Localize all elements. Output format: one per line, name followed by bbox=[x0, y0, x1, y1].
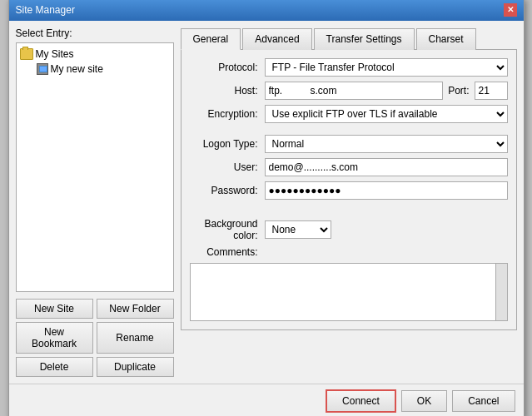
right-panel: General Advanced Transfer Settings Chars… bbox=[181, 27, 517, 377]
user-row: User: bbox=[190, 158, 508, 176]
footer: Connect OK Cancel bbox=[9, 384, 524, 417]
new-folder-button[interactable]: New Folder bbox=[97, 299, 174, 319]
host-label: Host: bbox=[190, 85, 265, 97]
site-manager-window: Site Manager ✕ Select Entry: My Sites My… bbox=[8, 0, 525, 416]
ok-button[interactable]: OK bbox=[401, 390, 447, 412]
tab-transfer-settings[interactable]: Transfer Settings bbox=[314, 28, 415, 50]
encryption-select[interactable]: Use explicit FTP over TLS if available bbox=[265, 105, 508, 123]
comments-label: Comments: bbox=[190, 246, 265, 258]
comments-row: Comments: bbox=[190, 246, 508, 258]
site-label: My new site bbox=[51, 63, 103, 75]
rename-button[interactable]: Rename bbox=[97, 322, 174, 354]
logon-type-row: Logon Type: Normal bbox=[190, 135, 508, 153]
protocol-row: Protocol: FTP - File Transfer Protocol bbox=[190, 58, 508, 77]
user-control bbox=[265, 158, 508, 176]
tree-item-mynewsite[interactable]: My new site bbox=[20, 62, 170, 77]
encryption-control: Use explicit FTP over TLS if available bbox=[265, 105, 508, 123]
main-content: Select Entry: My Sites My new site New S… bbox=[9, 21, 524, 384]
password-input[interactable] bbox=[265, 181, 508, 200]
encryption-row: Encryption: Use explicit FTP over TLS if… bbox=[190, 105, 508, 123]
delete-button[interactable]: Delete bbox=[16, 357, 93, 377]
new-site-button[interactable]: New Site bbox=[16, 299, 93, 319]
logon-type-select[interactable]: Normal bbox=[265, 135, 508, 153]
bg-color-select[interactable]: None bbox=[265, 220, 331, 239]
protocol-label: Protocol: bbox=[190, 62, 265, 73]
tab-bar: General Advanced Transfer Settings Chars… bbox=[181, 27, 517, 50]
select-entry-label: Select Entry: bbox=[16, 27, 174, 39]
folder-icon bbox=[20, 48, 33, 60]
close-button[interactable]: ✕ bbox=[504, 3, 517, 17]
password-row: Password: bbox=[190, 181, 508, 200]
tree-folder-mysites[interactable]: My Sites bbox=[20, 47, 170, 62]
encryption-label: Encryption: bbox=[190, 108, 265, 120]
user-input[interactable] bbox=[265, 158, 508, 176]
password-control bbox=[265, 181, 508, 200]
bg-color-control: None bbox=[265, 220, 508, 239]
folder-label: My Sites bbox=[36, 48, 74, 60]
site-icon bbox=[37, 63, 48, 75]
protocol-select[interactable]: FTP - File Transfer Protocol bbox=[265, 58, 508, 77]
bg-color-row: Background color: None bbox=[190, 218, 508, 241]
password-label: Password: bbox=[190, 185, 265, 196]
tab-advanced[interactable]: Advanced bbox=[242, 28, 311, 50]
port-input[interactable] bbox=[475, 82, 508, 100]
tab-general[interactable]: General bbox=[181, 28, 241, 50]
duplicate-button[interactable]: Duplicate bbox=[97, 357, 174, 377]
logon-type-label: Logon Type: bbox=[190, 138, 265, 150]
comments-box[interactable] bbox=[190, 263, 508, 321]
cancel-button[interactable]: Cancel bbox=[452, 390, 515, 412]
port-label: Port: bbox=[448, 85, 469, 97]
host-input[interactable] bbox=[265, 82, 444, 100]
left-panel: Select Entry: My Sites My new site New S… bbox=[16, 27, 174, 377]
connect-button[interactable]: Connect bbox=[326, 389, 396, 413]
host-row: Host: Port: bbox=[190, 82, 508, 100]
left-panel-buttons: New Site New Folder New Bookmark Rename … bbox=[16, 299, 174, 377]
site-tree[interactable]: My Sites My new site bbox=[16, 42, 174, 292]
new-bookmark-button[interactable]: New Bookmark bbox=[16, 322, 93, 354]
tab-charset[interactable]: Charset bbox=[416, 28, 476, 50]
bg-color-label: Background color: bbox=[190, 218, 265, 241]
window-title: Site Manager bbox=[16, 4, 75, 16]
logon-type-control: Normal bbox=[265, 135, 508, 153]
user-label: User: bbox=[190, 161, 265, 173]
titlebar: Site Manager ✕ bbox=[9, 0, 524, 21]
protocol-control: FTP - File Transfer Protocol bbox=[265, 58, 508, 77]
scrollbar[interactable] bbox=[495, 264, 507, 320]
host-control: Port: bbox=[265, 82, 508, 100]
tab-content-general: Protocol: FTP - File Transfer Protocol H… bbox=[181, 50, 517, 330]
